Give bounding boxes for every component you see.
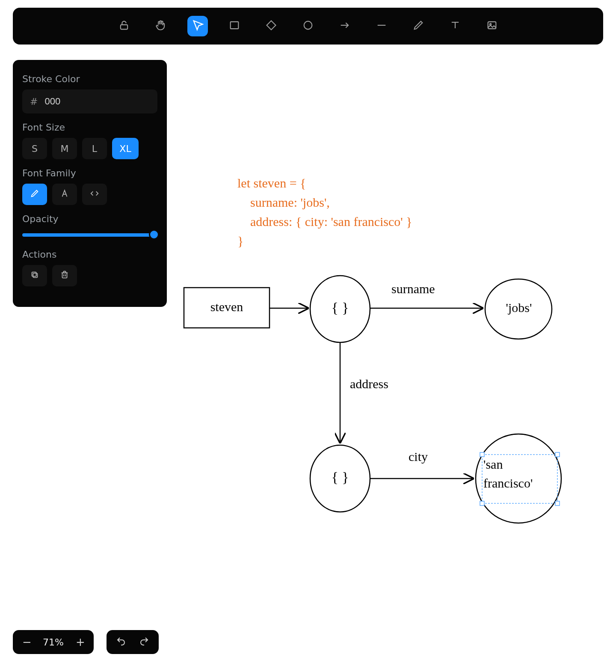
zoom-out-button[interactable]: − <box>22 636 31 648</box>
pencil-tool[interactable] <box>408 16 429 36</box>
font-family-label: Font Family <box>22 168 157 178</box>
normal-font-icon <box>60 189 69 200</box>
undo-redo-control <box>107 630 159 654</box>
arrow-tool[interactable] <box>335 16 355 36</box>
redo-icon <box>139 636 149 646</box>
svg-rect-0 <box>121 25 127 30</box>
label-sanfran-line1[interactable]: 'san <box>483 457 556 472</box>
zoom-control: − 71% + <box>13 630 94 654</box>
properties-panel: Stroke Color # Font Size S M L XL Font F… <box>13 60 167 307</box>
svg-rect-6 <box>32 272 36 276</box>
font-size-l[interactable]: L <box>82 138 107 159</box>
font-family-row <box>22 184 157 205</box>
code-block[interactable]: let steven = { surname: 'jobs', address:… <box>237 173 412 250</box>
lock-icon <box>118 19 130 33</box>
rectangle-tool[interactable] <box>224 16 245 36</box>
label-obj1[interactable]: { } <box>320 300 360 316</box>
edge-label-surname[interactable]: surname <box>391 282 435 296</box>
stroke-color-label: Stroke Color <box>22 74 157 84</box>
redo-button[interactable] <box>139 636 149 648</box>
font-family-normal[interactable] <box>52 184 77 205</box>
zoom-value[interactable]: 71% <box>43 637 64 648</box>
rectangle-icon <box>228 19 240 33</box>
svg-rect-7 <box>62 273 67 278</box>
image-tool[interactable] <box>482 16 502 36</box>
action-duplicate[interactable] <box>22 265 47 286</box>
diamond-icon <box>265 19 277 33</box>
actions-label: Actions <box>22 249 157 260</box>
edge-label-address[interactable]: address <box>350 377 388 391</box>
svg-point-2 <box>304 21 312 30</box>
svg-rect-1 <box>231 22 239 29</box>
delete-icon <box>60 270 69 282</box>
selection-handle-sw[interactable] <box>480 501 484 505</box>
ellipse-icon <box>302 19 314 33</box>
select-icon <box>192 19 204 33</box>
hash-symbol: # <box>30 96 38 107</box>
font-family-hand-drawn[interactable] <box>22 184 47 205</box>
pencil-icon <box>412 19 424 33</box>
font-size-xl[interactable]: XL <box>112 138 139 159</box>
selection-handle-nw[interactable] <box>480 452 484 457</box>
font-size-m[interactable]: M <box>52 138 77 159</box>
undo-icon <box>116 636 126 646</box>
duplicate-icon <box>30 270 39 282</box>
stroke-color-input-wrap[interactable]: # <box>22 89 157 113</box>
arrow-icon <box>339 19 351 33</box>
line-tool[interactable] <box>371 16 392 36</box>
text-tool[interactable] <box>445 16 465 36</box>
stroke-hex-input[interactable] <box>44 95 163 107</box>
bottom-left-controls: − 71% + <box>13 630 159 654</box>
opacity-thumb[interactable] <box>149 229 159 240</box>
label-steven[interactable]: steven <box>184 300 270 314</box>
text-icon <box>449 19 461 33</box>
selection-handle-ne[interactable] <box>555 452 560 457</box>
zoom-in-button[interactable]: + <box>76 636 84 648</box>
code-font-icon <box>90 189 99 200</box>
top-toolbar <box>13 8 603 45</box>
opacity-label: Opacity <box>22 214 157 224</box>
selection-handle-se[interactable] <box>555 501 560 505</box>
font-size-s[interactable]: S <box>22 138 47 159</box>
label-jobs[interactable]: 'jobs' <box>491 300 547 315</box>
pan-tool[interactable] <box>151 16 171 36</box>
image-icon <box>486 19 498 33</box>
actions-row <box>22 265 157 286</box>
font-family-code[interactable] <box>82 184 107 205</box>
label-sanfran-line2[interactable]: francisco' <box>483 476 556 491</box>
hand-drawn-icon <box>30 189 39 200</box>
action-delete[interactable] <box>52 265 77 286</box>
font-size-label: Font Size <box>22 122 157 133</box>
opacity-slider[interactable] <box>22 229 157 240</box>
undo-button[interactable] <box>116 636 126 648</box>
diamond-tool[interactable] <box>261 16 281 36</box>
edge-label-city[interactable]: city <box>409 449 428 464</box>
pan-icon <box>155 19 167 33</box>
ellipse-tool[interactable] <box>298 16 318 36</box>
opacity-track <box>22 233 157 237</box>
line-icon <box>376 19 388 33</box>
select-tool[interactable] <box>187 16 208 36</box>
font-size-row: S M L XL <box>22 138 157 159</box>
svg-rect-5 <box>33 273 37 277</box>
label-obj2[interactable]: { } <box>320 469 360 485</box>
lock-tool[interactable] <box>114 16 134 36</box>
svg-rect-3 <box>488 22 496 29</box>
